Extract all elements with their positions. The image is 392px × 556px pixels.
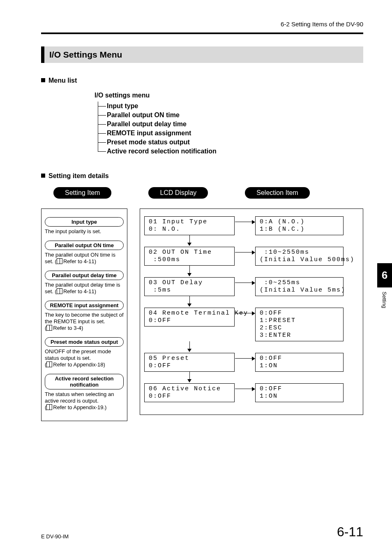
- page: 6-2 Setting Items of the DV-90 I/O Setti…: [0, 0, 392, 556]
- selection-box: 0:A (N.O.) 1:B (N.C.): [255, 216, 344, 235]
- header-right: 6-2 Setting Items of the DV-90: [41, 21, 363, 28]
- header-rule: [41, 32, 363, 34]
- setting-item-desc: The input polarity is set.: [45, 228, 124, 235]
- book-icon: [46, 361, 52, 367]
- menu-item: Active record selection notification: [107, 147, 217, 156]
- setting-item-desc: ON/OFF of the preset mode status output …: [45, 348, 124, 368]
- chapter-label: Setting: [381, 292, 387, 308]
- menu-tree: I/O settings menu Input typeParallel out…: [95, 92, 363, 156]
- setting-item-label: Parallel output ON time: [45, 241, 124, 250]
- setting-item-desc: The status when selecting an active reco…: [45, 391, 124, 411]
- setting-item-desc: The parallel output ON time is set. (Ref…: [45, 252, 124, 265]
- arrow-right-icon: [235, 313, 255, 313]
- lcd-box: 04 Remote Terminal Key 0:OFF: [144, 308, 235, 327]
- setting-item-column: Input typeThe input polarity is set.Para…: [41, 208, 127, 421]
- book-icon: [57, 288, 62, 294]
- pill-setting-item: Setting Item: [53, 187, 111, 199]
- arrow-down-icon: [144, 235, 235, 247]
- lcd-row: 05 Preset 0:OFF0:OFF 1:ON: [144, 353, 359, 372]
- chapter-number: 6: [377, 263, 392, 287]
- selection-box: :0~255ms (Initial Value 5ms): [255, 277, 344, 296]
- arrow-down-icon: [144, 341, 235, 353]
- book-icon: [46, 404, 52, 410]
- setting-item-desc: The key to become the subject of the REM…: [45, 312, 124, 331]
- setting-item-label: Input type: [45, 217, 124, 227]
- lcd-box: 01 Input Type 0: N.O.: [144, 216, 235, 235]
- lcd-row: 02 OUT ON Time :500ms :10~2550ms (Initia…: [144, 247, 359, 266]
- side-tab: 6 Setting: [377, 263, 392, 308]
- menu-item: Parallel output delay time: [107, 120, 217, 129]
- arrow-down-icon: [144, 266, 235, 277]
- lcd-box: 06 Active Notice 0:OFF: [144, 383, 235, 402]
- section-title: I/O Settings Menu: [41, 46, 363, 63]
- arrow-right-icon: [235, 252, 255, 253]
- menu-item: Input type: [107, 102, 217, 111]
- lcd-selection-column: 01 Input Type 0: N.O.0:A (N.O.) 1:B (N.C…: [140, 208, 363, 415]
- subheader-setting-details: Setting item details: [41, 172, 363, 180]
- selection-box: 0:OFF 1:PRESET 2:ESC 3:ENTER: [255, 308, 344, 341]
- setting-item-label: Active record selection notification: [45, 374, 124, 389]
- menu-item: Parallel output ON time: [107, 111, 217, 120]
- selection-box: 0:OFF 1:ON: [255, 383, 344, 402]
- book-icon: [46, 325, 52, 331]
- arrow-right-icon: [235, 389, 255, 389]
- column-headers: Setting Item LCD Display Selection Item: [53, 187, 363, 199]
- lcd-box: 03 OUT Delay :5ms: [144, 277, 235, 296]
- menu-item: REMOTE input assignment: [107, 129, 217, 138]
- subheader-menu-list: Menu list: [41, 77, 363, 84]
- lcd-box: 02 OUT ON Time :500ms: [144, 247, 235, 266]
- selection-box: 0:OFF 1:ON: [255, 353, 344, 372]
- setting-item-label: Parallel output delay time: [45, 271, 124, 280]
- arrow-right-icon: [235, 222, 255, 222]
- details-grid: Input typeThe input polarity is set.Para…: [41, 208, 363, 421]
- lcd-row: 06 Active Notice 0:OFF0:OFF 1:ON: [144, 383, 359, 402]
- book-icon: [57, 258, 62, 264]
- lcd-row: 01 Input Type 0: N.O.0:A (N.O.) 1:B (N.C…: [144, 216, 359, 235]
- arrow-right-icon: [235, 283, 255, 283]
- square-bullet-icon: [41, 174, 45, 178]
- menu-item: Preset mode status output: [107, 138, 217, 147]
- arrow-right-icon: [235, 358, 255, 359]
- footer-doc-id: E DV-90-IM: [41, 533, 69, 540]
- arrow-down-icon: [144, 296, 235, 308]
- pill-lcd-display: LCD Display: [148, 187, 208, 199]
- selection-box: :10~2550ms (Initial Value 500ms): [255, 247, 344, 266]
- lcd-row: 03 OUT Delay :5ms :0~255ms (Initial Valu…: [144, 277, 359, 296]
- setting-item-label: REMOTE input assignment: [45, 301, 124, 310]
- footer: E DV-90-IM 6-11: [41, 524, 363, 540]
- arrow-down-icon: [144, 372, 235, 383]
- setting-item-desc: The parallel output delay time is set. (…: [45, 282, 124, 295]
- pill-selection-item: Selection Item: [245, 187, 309, 199]
- square-bullet-icon: [41, 78, 45, 82]
- menu-root: I/O settings menu: [95, 92, 363, 99]
- setting-item-label: Preset mode status output: [45, 337, 124, 347]
- lcd-box: 05 Preset 0:OFF: [144, 353, 235, 372]
- footer-page-number: 6-11: [337, 524, 363, 540]
